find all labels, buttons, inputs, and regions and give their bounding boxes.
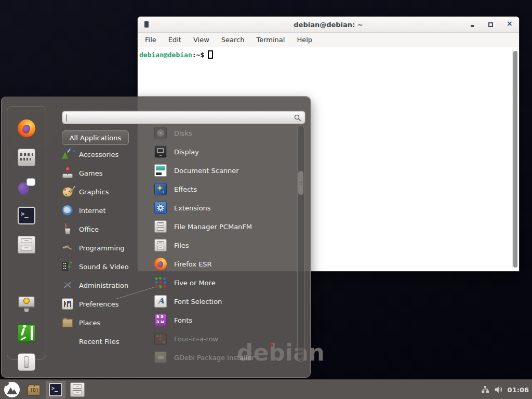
terminal-icon [49,383,62,396]
minimize-button[interactable] [470,22,475,28]
app-label: Font Selection [174,298,222,305]
keyboard-icon [18,149,35,166]
app-document-scanner[interactable]: Document Scanner [148,161,293,180]
search-box [62,111,305,124]
favorite-lock-screen[interactable] [18,295,35,315]
window-controls [470,17,512,33]
terminal-cursor [208,50,213,59]
app-label: Display [174,148,199,156]
app-extensions[interactable]: Extensions [148,198,293,217]
category-programming[interactable]: Programming [62,238,145,257]
category-label: Recent Files [79,338,119,345]
terminal-menu-edit[interactable]: Edit [167,35,183,45]
app-label: File Manager PCManFM [174,223,252,231]
distro-menu-icon [4,382,20,397]
favorite-terminal[interactable] [18,207,35,227]
accessories-icon [62,149,73,160]
category-label: Places [79,319,100,327]
category-sound-video[interactable]: Sound & Video [62,257,145,276]
maximize-button[interactable] [488,22,494,28]
category-games[interactable]: Games [62,164,145,182]
file-cabinet-icon [18,236,35,254]
category-places[interactable]: Places [62,313,145,332]
app-gdebi-package-installer[interactable]: GDebi Package Installer [148,348,293,363]
category-graphics[interactable]: Graphics [62,182,145,201]
filter-all-applications[interactable]: All Applications [62,130,129,145]
terminal-menu-search[interactable]: Search [220,35,246,45]
app-firefox-esr[interactable]: Firefox ESR [148,255,293,273]
taskbar-terminal-button[interactable] [46,381,65,398]
category-administration[interactable]: Administration [62,276,145,295]
category-label: Internet [79,207,106,215]
category-label: Administration [79,282,128,289]
clock[interactable]: 01:06 [508,386,529,394]
app-display[interactable]: Display [148,142,293,161]
terminal-menu-view[interactable]: View [192,35,211,45]
menu-scrollbar-thumb[interactable] [298,171,303,195]
terminal-menu-help[interactable]: Help [295,35,314,45]
app-fonts[interactable]: Fonts [148,311,293,329]
favorite-control-center[interactable] [18,149,35,168]
favorite-log-out[interactable] [18,324,35,344]
app-label: Four-in-a-row [174,335,218,343]
extensions-icon [154,202,167,214]
terminal-scrollbar [512,50,518,268]
category-recent-files[interactable]: Recent Files [62,332,145,351]
internet-icon [62,205,73,216]
taskbar-files-button[interactable] [68,381,87,398]
favorite-firefox[interactable] [18,119,35,139]
terminal-menu-terminal[interactable]: Terminal [255,35,286,45]
app-label: Effects [174,185,197,193]
volume-icon[interactable] [494,385,503,394]
file-cabinet-icon [70,382,85,397]
application-list: DisksDisplayDocument ScannerEffectsExten… [148,124,293,363]
document-scanner-icon [154,164,167,177]
app-label: Document Scanner [174,167,239,175]
terminal-menu-file[interactable]: File [143,35,158,45]
taskbar-menu-button[interactable] [2,381,22,398]
prompt-path: :~$ [192,51,204,59]
network-icon[interactable] [481,385,489,394]
menu-scrollbar [297,125,304,362]
graphics-icon [62,186,73,197]
application-menu: debian All Applications AccessoriesGames… [1,97,311,378]
category-office[interactable]: Office [62,220,145,238]
taskbar-file-manager-button[interactable] [24,381,44,398]
app-four-in-a-row[interactable]: Four-in-a-row [148,329,293,348]
search-input[interactable] [66,112,290,123]
favorite-shut-down[interactable] [18,353,35,373]
app-font-selection[interactable]: Font Selection [148,292,293,311]
shutdown-icon [18,353,35,371]
favorite-messenger[interactable] [18,178,35,197]
app-disks[interactable]: Disks [148,124,293,142]
administration-icon [62,280,73,291]
display-icon [154,145,167,158]
firefox-icon [154,258,167,270]
terminal-menubar: FileEditViewSearchTerminalHelp [138,33,519,47]
terminal-titlebar[interactable]: debian@debian: ~ [138,17,519,33]
search-icon [294,114,302,122]
category-label: Office [79,225,99,233]
sound-video-icon [62,261,73,272]
gdebi-icon [154,351,167,363]
terminal-icon [18,207,35,224]
terminal-scrollbar-thumb[interactable] [513,51,517,268]
category-internet[interactable]: Internet [62,201,145,220]
terminal-prompt: debian@debian:~$ [139,50,213,59]
close-button[interactable] [506,22,512,28]
app-label: Extensions [174,204,211,212]
app-effects[interactable]: Effects [148,180,293,198]
four-in-a-row-icon [154,332,167,345]
app-five-or-more[interactable]: Five or More [148,273,293,292]
category-label: Sound & Video [79,263,129,271]
category-accessories[interactable]: Accessories [62,145,145,164]
taskbar-launchers [2,380,89,399]
app-files[interactable]: Files [148,236,293,255]
window-icon [144,21,149,28]
programming-icon [62,242,73,254]
category-preferences[interactable]: Preferences [62,295,145,313]
app-file-manager-pcmanfm[interactable]: File Manager PCManFM [148,217,293,236]
favorite-file-manager[interactable] [18,236,35,256]
category-label: Graphics [79,188,109,196]
category-list: AccessoriesGamesGraphicsInternetOfficePr… [62,145,145,351]
